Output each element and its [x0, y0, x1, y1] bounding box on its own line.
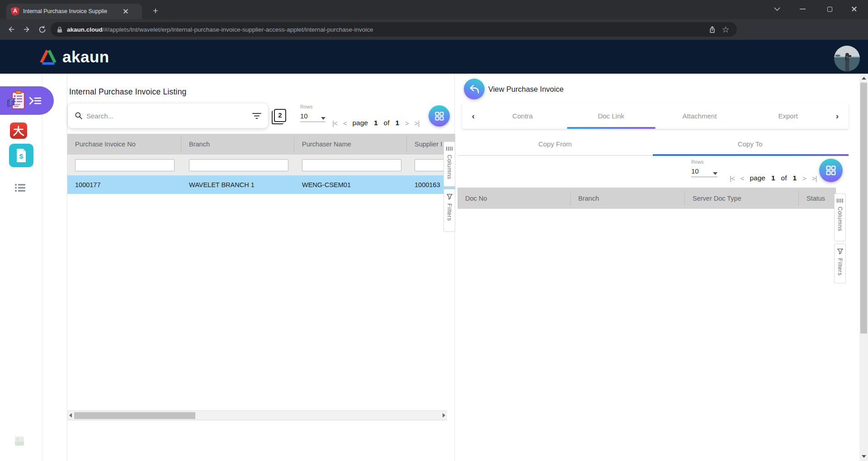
grid-view-button[interactable]: [429, 105, 450, 127]
cell-purchaser-name: WENG-CSEM01: [294, 175, 407, 194]
column-header[interactable]: Server Doc Type: [685, 188, 799, 209]
page-total: 1: [395, 119, 399, 127]
rows-per-page-control: Rows 10: [691, 159, 717, 177]
column-header[interactable]: Status: [799, 188, 836, 209]
share-icon[interactable]: [705, 23, 719, 36]
scroll-down-icon[interactable]: [859, 452, 868, 461]
scrollbar-thumb[interactable]: [74, 412, 195, 419]
filter-input-branch[interactable]: [189, 159, 288, 171]
page-number: 1: [771, 174, 775, 182]
app-sidebar: $: [0, 74, 42, 461]
column-header[interactable]: Doc No: [458, 188, 571, 209]
tab-doc-link[interactable]: Doc Link: [567, 103, 656, 129]
back-button[interactable]: [464, 79, 485, 99]
listing-filter-row: [67, 155, 455, 175]
filters-side-tab[interactable]: Filters: [443, 189, 455, 232]
url-bar[interactable]: akaun.cloud/#/applets/tnt/wavelet/erp/in…: [51, 22, 737, 37]
app-header: akaun: [0, 40, 868, 74]
page-title: Internal Purchase Invoice Listing: [69, 87, 187, 97]
doc-link-table-header: Doc No Branch Server Doc Type Status: [458, 188, 836, 209]
grid-icon: [435, 112, 444, 121]
bookmark-star-icon[interactable]: ☆: [719, 23, 732, 36]
filter-input-purchaser-name[interactable]: [302, 159, 401, 171]
window-maximize-button[interactable]: [819, 0, 840, 18]
scroll-right-icon[interactable]: [441, 411, 447, 420]
columns-side-tab[interactable]: Columns: [443, 141, 455, 187]
page-total: 1: [793, 174, 797, 182]
funnel-icon: [446, 193, 453, 200]
detail-pagination: |< < page 1 of 1 > >|: [730, 173, 817, 183]
table-row-selected[interactable]: 1000177 WAVELET BRANCH 1 WENG-CSEM01 100…: [67, 175, 455, 194]
filter-list-icon[interactable]: [252, 113, 261, 119]
first-page-button[interactable]: |<: [730, 174, 735, 182]
detail-tabs: ‹ Contra Doc Link Attachment Export ›: [462, 103, 849, 129]
scroll-left-icon[interactable]: [67, 411, 74, 420]
tab-title: Internal Purchase Invoice Supplie: [23, 8, 122, 14]
tab-attachment[interactable]: Attachment: [656, 103, 744, 129]
rows-label: Rows: [300, 104, 326, 109]
user-avatar[interactable]: [834, 46, 860, 71]
rows-per-page-select[interactable]: 10: [300, 112, 326, 122]
new-tab-button[interactable]: +: [149, 5, 162, 17]
search-icon: [75, 112, 83, 120]
logo-text: akaun: [62, 48, 109, 66]
sidebar-app-dahsing-icon[interactable]: [10, 122, 27, 139]
active-applet-pill[interactable]: [0, 86, 54, 115]
reload-icon[interactable]: [34, 22, 50, 37]
horizontal-scrollbar[interactable]: [67, 410, 447, 420]
cell-branch: WAVELET BRANCH 1: [181, 175, 294, 194]
last-page-button[interactable]: >|: [812, 174, 817, 182]
rows-per-page-control: Rows 10: [300, 104, 326, 122]
grid-view-button[interactable]: [819, 159, 843, 182]
subtab-copy-from[interactable]: Copy From: [458, 132, 653, 155]
of-word: of: [384, 119, 390, 127]
next-page-button[interactable]: >: [405, 119, 409, 127]
browser-tab[interactable]: A Internal Purchase Invoice Supplie: [6, 4, 142, 19]
tabs-scroll-left-icon[interactable]: ‹: [468, 111, 478, 121]
scrollbar-thumb[interactable]: [860, 83, 867, 334]
tab-export[interactable]: Export: [744, 103, 832, 129]
purchase-applet-icon: [7, 90, 28, 111]
page-vertical-scrollbar[interactable]: [859, 74, 868, 461]
page-word: page: [352, 119, 368, 127]
column-header[interactable]: Purchaser Name: [294, 134, 407, 155]
rows-label: Rows: [691, 159, 717, 165]
search-input[interactable]: [86, 112, 252, 120]
subtab-copy-to[interactable]: Copy To: [653, 132, 848, 155]
back-nav-icon[interactable]: [4, 22, 19, 37]
purchase-invoice-listing-panel: Internal Purchase Invoice Listing 2 Rows…: [67, 74, 455, 461]
akaun-logo-icon: [40, 49, 57, 65]
grip-icon: [836, 198, 844, 203]
forward-nav-icon[interactable]: [19, 22, 34, 37]
column-header[interactable]: Branch: [571, 188, 685, 209]
grid-icon: [826, 165, 836, 175]
tab-contra[interactable]: Contra: [478, 103, 567, 129]
rows-per-page-select[interactable]: 10: [691, 167, 717, 177]
column-header[interactable]: Branch: [181, 134, 294, 155]
sidebar-app-invoice-icon[interactable]: $: [9, 144, 33, 167]
window-minimize-button[interactable]: [792, 0, 813, 18]
copy-subtabs: Copy From Copy To: [458, 132, 848, 156]
prev-page-button[interactable]: <: [343, 119, 347, 127]
dropdown-caret-icon: [321, 117, 326, 120]
columns-side-tab[interactable]: Columns: [834, 193, 846, 241]
window-profile-chevron-icon[interactable]: [767, 0, 788, 18]
column-header[interactable]: Purchase Invoice No: [67, 134, 181, 155]
sidebar-expand-icon[interactable]: [29, 96, 42, 106]
last-page-button[interactable]: >|: [415, 119, 420, 127]
thumbnail-image: [15, 437, 24, 446]
active-subtab-underline: [653, 154, 849, 156]
sidebar-list-icon[interactable]: [14, 183, 26, 194]
next-page-button[interactable]: >: [802, 174, 806, 182]
filters-side-tab[interactable]: Filters: [834, 244, 846, 283]
tab-close-icon[interactable]: [122, 7, 130, 15]
window-close-button[interactable]: [844, 0, 864, 18]
prev-page-button[interactable]: <: [741, 174, 744, 182]
filter-input-purchase-invoice-no[interactable]: [75, 159, 175, 171]
scroll-up-icon[interactable]: [859, 74, 868, 83]
first-page-button[interactable]: |<: [332, 119, 337, 127]
page-number: 1: [374, 119, 378, 127]
tabs-scroll-right-icon[interactable]: ›: [832, 111, 842, 121]
multi-page-view-icon[interactable]: 2: [272, 109, 287, 125]
listing-table-header: Purchase Invoice No Branch Purchaser Nam…: [67, 134, 455, 155]
